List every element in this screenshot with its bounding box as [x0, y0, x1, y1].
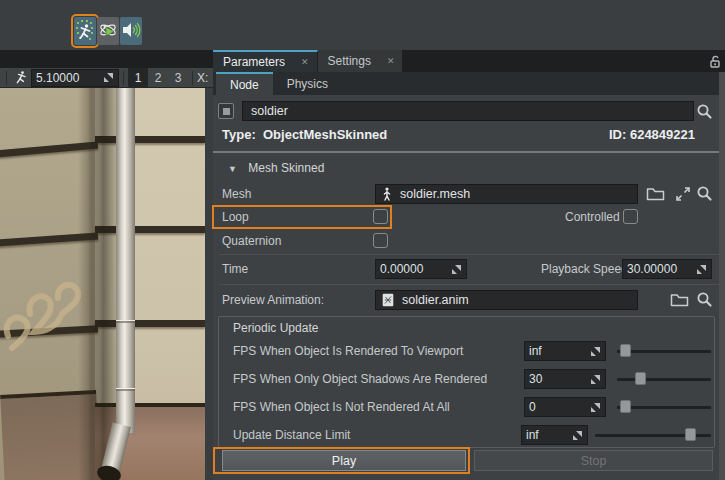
stop-button[interactable]: Stop — [474, 450, 713, 471]
type-label: Type: — [222, 127, 256, 142]
fps-shadows-slider[interactable] — [617, 372, 713, 386]
preview-animation-field[interactable]: soldier.anim — [375, 290, 638, 310]
slider-handle[interactable] — [620, 400, 631, 413]
sound-toggle-button[interactable] — [120, 17, 142, 45]
drag-spinner-icon[interactable] — [590, 374, 601, 385]
search-icon[interactable] — [696, 291, 713, 308]
application-window: Parameters ✕ Settings ✕ 5.100 — [0, 0, 725, 480]
drag-spinner-icon[interactable] — [590, 346, 601, 357]
node-search-input[interactable] — [242, 101, 694, 121]
speed-value: 5.10000 — [36, 71, 79, 85]
main-toolbar — [0, 0, 725, 50]
viewport-toolbar: 5.10000 1 2 3 X: — [0, 68, 213, 88]
preset-button-2[interactable]: 2 — [148, 68, 168, 88]
mesh-label: Mesh — [222, 187, 251, 201]
section-mesh-skinned[interactable]: ▼ Mesh Skinned — [228, 161, 324, 175]
preview-animation-value: soldier.anim — [402, 293, 469, 307]
animation-toggle-button[interactable] — [74, 17, 96, 45]
type-value: ObjectMeshSkinned — [263, 127, 387, 142]
slider-handle[interactable] — [620, 344, 631, 357]
close-icon[interactable]: ✕ — [387, 56, 395, 66]
tab-settings-label: Settings — [328, 54, 371, 68]
tab-parameters-label: Parameters — [223, 55, 285, 69]
viewport-3d-scene[interactable] — [0, 88, 205, 480]
separator — [6, 71, 7, 85]
folder-icon[interactable] — [646, 186, 665, 201]
drag-spinner-icon[interactable] — [572, 430, 583, 441]
sound-speaker-icon — [121, 18, 141, 44]
drag-spinner-icon[interactable] — [590, 402, 601, 413]
subtab-physics[interactable]: Physics — [273, 72, 342, 95]
expand-icon[interactable] — [675, 186, 691, 202]
animation-file-icon — [382, 293, 394, 307]
panel-right-edge — [719, 72, 725, 480]
slider-handle[interactable] — [685, 428, 696, 441]
time-label: Time — [222, 262, 248, 276]
close-icon[interactable]: ✕ — [301, 57, 309, 67]
axis-x-label: X: — [197, 71, 208, 85]
controlled-label: Controlled — [565, 210, 620, 224]
quaternion-label: Quaternion — [222, 234, 281, 248]
search-icon[interactable] — [696, 185, 713, 202]
loop-checkbox[interactable] — [373, 209, 388, 224]
tab-settings[interactable]: Settings ✕ — [318, 50, 404, 72]
person-icon — [382, 187, 392, 201]
fps-not-rendered-row: FPS When Object Is Not Rendered At All 0 — [219, 397, 714, 417]
animation-runner-icon — [75, 18, 95, 44]
drag-spinner-icon[interactable] — [451, 264, 462, 275]
preset-button-1[interactable]: 1 — [128, 68, 148, 88]
update-distance-field[interactable]: inf — [521, 425, 588, 445]
parameters-panel: Type: ObjectMeshSkinned ID: 624849221 ▼ … — [213, 95, 725, 480]
playback-speed-label: Playback Speed — [541, 262, 628, 276]
drag-spinner-icon[interactable] — [696, 264, 707, 275]
fps-shadows-row: FPS When Only Object Shadows Are Rendere… — [219, 369, 714, 389]
controlled-checkbox[interactable] — [623, 209, 638, 224]
runner-icon — [14, 70, 28, 86]
speed-field[interactable]: 5.10000 — [31, 69, 119, 87]
playback-speed-field[interactable]: 30.00000 — [622, 259, 712, 279]
quaternion-checkbox[interactable] — [373, 233, 388, 248]
periodic-update-title: Periodic Update — [233, 321, 318, 335]
fps-not-rendered-field[interactable]: 0 — [524, 397, 606, 417]
collapse-triangle-icon: ▼ — [228, 164, 237, 174]
fps-shadows-field[interactable]: 30 — [524, 369, 606, 389]
preset-button-3[interactable]: 3 — [168, 68, 188, 88]
update-distance-row: Update Distance Limit inf — [219, 425, 714, 445]
search-filter-button[interactable] — [218, 103, 234, 119]
fps-viewport-field[interactable]: inf — [524, 341, 606, 361]
preview-animation-label: Preview Animation: — [222, 293, 324, 307]
tab-parameters[interactable]: Parameters ✕ — [213, 50, 318, 72]
subtab-node[interactable]: Node — [216, 72, 273, 95]
fps-viewport-row: FPS When Object Is Rendered To Viewport … — [219, 341, 714, 361]
drain-pipe — [116, 88, 135, 433]
fps-not-rendered-slider[interactable] — [617, 400, 713, 414]
folder-icon[interactable] — [670, 292, 689, 307]
update-distance-slider[interactable] — [595, 428, 713, 442]
subtab-bar: Node Physics — [213, 72, 725, 95]
drag-spinner-icon[interactable] — [103, 72, 114, 83]
unlock-icon[interactable] — [708, 54, 722, 69]
mesh-field[interactable]: soldier.mesh — [375, 184, 638, 204]
physics-toggle-button[interactable] — [97, 17, 119, 45]
mesh-value: soldier.mesh — [400, 187, 470, 201]
loop-label: Loop — [222, 210, 249, 224]
periodic-update-group: Periodic Update FPS When Object Is Rende… — [218, 316, 715, 448]
separator — [192, 71, 193, 85]
time-field[interactable]: 0.00000 — [375, 259, 467, 279]
play-button[interactable]: Play — [222, 450, 466, 471]
slider-handle[interactable] — [635, 372, 646, 385]
physics-atom-play-icon — [98, 18, 118, 44]
search-icon[interactable] — [696, 103, 713, 120]
node-id: ID: 624849221 — [609, 127, 695, 142]
fps-viewport-slider[interactable] — [617, 344, 713, 358]
separator — [123, 71, 124, 85]
